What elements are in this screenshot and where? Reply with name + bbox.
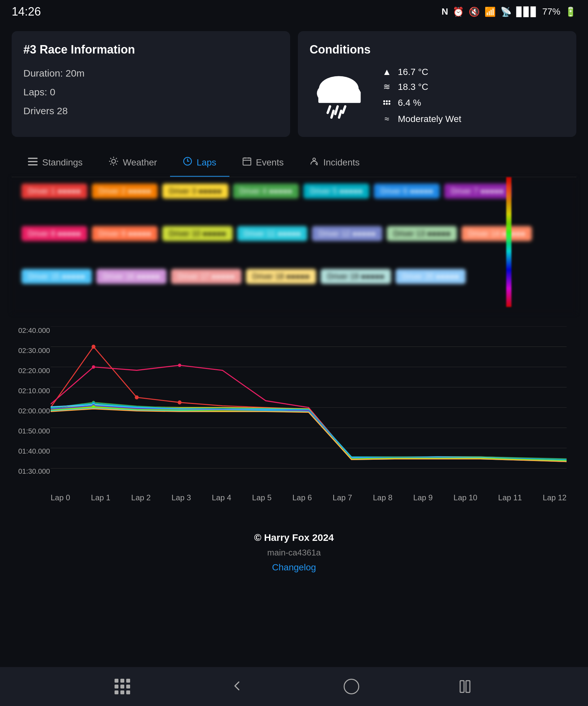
nav-home-button[interactable] [344, 679, 359, 694]
nav-apps-button[interactable] [115, 679, 130, 694]
bars-icon: ▊▊▊ [516, 6, 538, 17]
x-label-7: Lap 7 [332, 493, 352, 502]
svg-point-13 [386, 103, 388, 105]
driver-badge: Driver 6 ●●●●● [374, 184, 440, 199]
footer: © Harry Fox 2024 main-ca4361a Changelog [0, 516, 588, 586]
svg-line-4 [328, 107, 330, 113]
air-temp-value: 16.7 °C [398, 67, 428, 77]
x-label-0: Lap 0 [51, 493, 70, 502]
svg-point-12 [383, 103, 385, 105]
footer-version: main-ca4361a [0, 548, 588, 558]
chart-area: Driver 1 ●●●●● Driver 2 ●●●●● Driver 3 ●… [12, 177, 576, 509]
lap-chart-svg [51, 326, 566, 488]
battery-level: 77% [542, 6, 560, 17]
standings-icon [28, 157, 38, 168]
y-label-0: 02:40.000 [15, 326, 50, 335]
svg-line-24 [116, 163, 117, 164]
svg-rect-28 [243, 158, 251, 165]
home-circle-icon [344, 679, 359, 694]
tab-weather[interactable]: Weather [96, 149, 170, 177]
y-label-4: 02:00.000 [15, 407, 50, 415]
tab-standings-label: Standings [42, 157, 83, 168]
nav-back-button[interactable] [229, 678, 245, 695]
condition-air-temp: ▲ 16.7 °C [381, 67, 462, 77]
driver-badge: Driver 3 ●●●●● [162, 184, 228, 199]
condition-wetness: ≈ Moderately Wet [381, 114, 462, 124]
svg-line-23 [110, 158, 111, 159]
wetness-icon: ≈ [381, 114, 393, 124]
recents-icon [458, 678, 474, 694]
laps-tab-icon [183, 157, 192, 168]
x-label-4: Lap 4 [212, 493, 231, 502]
y-label-7: 01:30.000 [15, 467, 50, 476]
footer-changelog[interactable]: Changelog [0, 562, 588, 573]
driver-badge: Driver 9 ●●●●● [92, 226, 158, 241]
x-label-12: Lap 12 [543, 493, 566, 502]
back-icon [229, 678, 245, 694]
x-label-6: Lap 6 [292, 493, 312, 502]
y-label-6: 01:40.000 [15, 447, 50, 456]
svg-point-35 [313, 158, 315, 161]
mute-icon: 🔇 [469, 6, 480, 17]
humidity-icon [381, 97, 393, 109]
air-temp-icon: ▲ [381, 67, 393, 77]
x-label-2: Lap 2 [131, 493, 151, 502]
x-label-9: Lap 9 [413, 493, 433, 502]
race-info-title: #3 Race Information [23, 43, 278, 56]
svg-line-8 [339, 111, 341, 118]
top-cards: #3 Race Information Duration: 20m Laps: … [12, 31, 576, 137]
footer-copyright: © Harry Fox 2024 [0, 532, 588, 543]
svg-point-45 [91, 345, 95, 349]
svg-rect-15 [28, 158, 38, 159]
lap-time-chart: 02:40.000 02:30.000 02:20.000 02:10.000 … [12, 320, 576, 509]
svg-point-11 [388, 100, 390, 102]
apps-grid-icon [115, 679, 130, 694]
svg-point-14 [388, 103, 390, 105]
wetness-value: Moderately Wet [398, 114, 462, 124]
driver-badge: Driver 13 ●●●●● [387, 226, 457, 241]
svg-line-26 [110, 163, 111, 164]
race-laps: Laps: 0 [23, 84, 278, 100]
events-tab-icon [242, 157, 251, 168]
y-label-2: 02:20.000 [15, 367, 50, 375]
svg-line-7 [331, 111, 334, 118]
driver-badge: Driver 14 ●●●●● [462, 226, 532, 241]
track-temp-icon: ≋ [381, 82, 393, 92]
nfc-icon: N [442, 6, 448, 17]
driver-list-overlay: Driver 1 ●●●●● Driver 2 ●●●●● Driver 3 ●… [12, 177, 576, 313]
conditions-title: Conditions [310, 43, 565, 56]
status-time: 14:26 [12, 5, 41, 18]
tab-events[interactable]: Events [229, 149, 297, 177]
alarm-icon: ⏰ [453, 6, 464, 17]
driver-badge: Driver 12 ●●●●● [312, 226, 382, 241]
driver-badge: Driver 17 ●●●●● [171, 269, 241, 284]
race-info-card: #3 Race Information Duration: 20m Laps: … [12, 31, 290, 137]
svg-point-49 [178, 364, 182, 367]
conditions-card: Conditions [298, 31, 576, 137]
svg-line-25 [116, 158, 117, 159]
svg-rect-59 [466, 681, 470, 692]
driver-badge: Driver 20 ●●●●● [396, 269, 466, 284]
driver-badge: Driver 7 ●●●●● [444, 184, 510, 199]
tab-bar: Standings Weather Laps Events Incidents [12, 149, 576, 177]
svg-line-5 [335, 107, 338, 114]
tab-events-label: Events [256, 157, 284, 168]
tab-standings[interactable]: Standings [15, 150, 96, 176]
tab-laps[interactable]: Laps [170, 149, 229, 177]
status-icons: N ⏰ 🔇 📶 📡 ▊▊▊ 77% 🔋 [442, 6, 576, 17]
main-content: #3 Race Information Duration: 20m Laps: … [0, 23, 588, 516]
x-label-11: Lap 11 [498, 493, 522, 502]
svg-point-9 [383, 100, 385, 102]
driver-badge: Driver 10 ●●●●● [162, 226, 233, 241]
tab-incidents[interactable]: Incidents [297, 149, 373, 177]
svg-rect-3 [318, 91, 361, 103]
y-axis: 02:40.000 02:30.000 02:20.000 02:10.000 … [15, 326, 50, 476]
humidity-value: 6.4 % [398, 97, 421, 108]
svg-line-6 [343, 107, 345, 113]
nav-recents-button[interactable] [458, 678, 474, 695]
driver-badge: Driver 4 ●●●●● [233, 184, 299, 199]
svg-rect-58 [460, 681, 464, 692]
conditions-details: ▲ 16.7 °C ≋ 18.3 °C [381, 67, 462, 124]
condition-humidity: 6.4 % [381, 97, 462, 109]
svg-point-46 [135, 395, 139, 400]
